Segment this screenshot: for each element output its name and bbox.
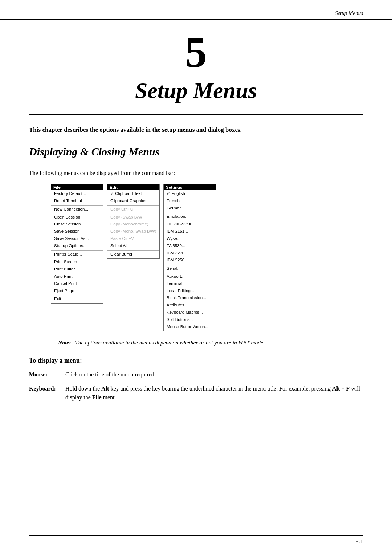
- edit-menu-item: Copy Ctrl+C: [107, 205, 159, 213]
- page-container: Setup Menus 5 Setup Menus This chapter d…: [0, 0, 392, 555]
- chapter-title: Setup Menus: [29, 78, 363, 103]
- settings-menu-item: Soft Buttons...: [164, 316, 216, 323]
- settings-menu-item: Wyse...: [164, 235, 216, 242]
- edit-menu-item: ✓ Clipboard Text: [107, 190, 159, 197]
- keyboard-desc: Hold down the Alt key and press the key …: [65, 384, 363, 403]
- def-list: Mouse: Click on the title of the menu re…: [29, 370, 363, 402]
- settings-menu-item: Attributes...: [164, 302, 216, 309]
- file-menu-title: File: [51, 184, 103, 190]
- edit-menu-item: Select All: [107, 242, 159, 250]
- page-number: 5-1: [356, 539, 363, 545]
- mouse-term: Mouse:: [29, 370, 65, 379]
- section-heading: Displaying & Closing Menus: [29, 146, 363, 158]
- settings-menu-item: Mouse Button Action...: [164, 323, 216, 331]
- note-text: The options available in the menus depen…: [75, 339, 265, 346]
- edit-menu-item: Copy (Swap B/W): [107, 214, 159, 221]
- note-label: Note:: [58, 339, 74, 346]
- title-separator: [29, 114, 363, 115]
- file-menu-item: Open Session...: [51, 214, 103, 221]
- edit-menu-item: Clipboard Graphics: [107, 197, 159, 205]
- settings-menu-item: German: [164, 205, 216, 212]
- edit-menu-item: Paste Ctrl+V: [107, 235, 159, 242]
- file-menu-item: Printer Setup...: [51, 250, 103, 258]
- intro-paragraph: This chapter describes the options avail…: [29, 125, 305, 135]
- edit-menu-title: Edit: [107, 184, 159, 190]
- file-menu-item: Reset Terminal: [51, 197, 103, 205]
- subsection-heading: To display a menu:: [29, 357, 363, 364]
- settings-menu-item: Local Editing...: [164, 287, 216, 295]
- settings-menu-item: French: [164, 197, 216, 205]
- settings-menu-item: ✓ English: [164, 190, 216, 197]
- settings-menu-item: IBM 3270...: [164, 250, 216, 257]
- def-row-mouse: Mouse: Click on the title of the menu re…: [29, 370, 363, 379]
- file-menu-item: Eject Page: [51, 287, 103, 295]
- file-menu-item: Startup Options...: [51, 242, 103, 250]
- note-paragraph: Note: The options available in the menus…: [58, 338, 363, 347]
- file-menu-item: Save Session As...: [51, 235, 103, 242]
- mouse-desc: Click on the title of the menu required.: [65, 370, 363, 379]
- settings-menu-item: HE 700-92/96...: [164, 221, 216, 228]
- file-menu-item: Save Session: [51, 228, 103, 235]
- file-menu-item: Cancel Print: [51, 280, 103, 287]
- file-menu-item: Exit: [51, 295, 103, 303]
- file-menu-item: Print Screen: [51, 258, 103, 266]
- def-row-keyboard: Keyboard: Hold down the Alt key and pres…: [29, 384, 363, 403]
- edit-menu: Edit ✓ Clipboard Text Clipboard Graphics…: [107, 184, 160, 259]
- settings-menu-item: IBM 2151...: [164, 228, 216, 235]
- chapter-number: 5: [29, 30, 363, 74]
- settings-menu-item: Keyboard Macros...: [164, 309, 216, 316]
- file-menu-item: Factory Default...: [51, 190, 103, 197]
- page-header: Setup Menus: [0, 0, 392, 20]
- keyboard-term: Keyboard:: [29, 384, 65, 393]
- edit-menu-clear-buffer: Clear Buffer: [107, 250, 159, 258]
- settings-menu: Settings ✓ English French German Emulati…: [163, 184, 216, 331]
- file-menu: File Factory Default... Reset Terminal N…: [51, 184, 103, 304]
- file-menu-item: Auto Print: [51, 273, 103, 280]
- edit-menu-item: Copy (Mono, Swap B/W): [107, 228, 159, 235]
- page-content: 5 Setup Menus This chapter describes the…: [0, 30, 392, 429]
- settings-menu-item: IBM 5250...: [164, 257, 216, 264]
- file-menu-item: Close Session: [51, 221, 103, 228]
- settings-menu-title: Settings: [164, 184, 216, 190]
- settings-menu-item: TA 6530...: [164, 242, 216, 250]
- header-title: Setup Menus: [335, 10, 363, 16]
- settings-menu-item: Emulation...: [164, 213, 216, 220]
- settings-menu-item: Block Transmission...: [164, 294, 216, 302]
- menus-illustration: File Factory Default... Reset Terminal N…: [51, 184, 363, 331]
- settings-menu-item: Serial...: [164, 265, 216, 272]
- settings-menu-item: Terminal...: [164, 280, 216, 287]
- page-footer: 5-1: [29, 535, 363, 545]
- section-separator: [29, 161, 363, 161]
- file-menu-item: Print Buffer: [51, 266, 103, 273]
- file-menu-item: New Connection...: [51, 205, 103, 213]
- section-body-text: The following menus can be displayed fro…: [29, 168, 363, 178]
- settings-menu-item: Auxport...: [164, 273, 216, 280]
- edit-menu-item: Copy (Monochrome): [107, 221, 159, 228]
